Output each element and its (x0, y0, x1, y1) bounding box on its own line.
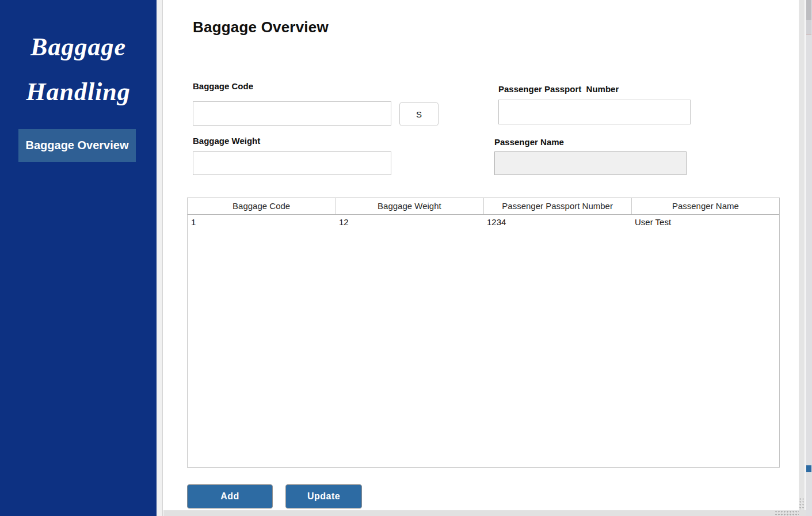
column-header-passenger-name[interactable]: Passenger Name (632, 198, 779, 214)
cell-passenger-passport-number: 1234 (483, 215, 631, 231)
cell-passenger-name: User Test (631, 215, 779, 231)
sidebar: Baggage Handling Baggage Overview (0, 0, 157, 516)
column-header-passenger-passport-number[interactable]: Passenger Passport Number (484, 198, 632, 214)
page-title: Baggage Overview (193, 18, 329, 36)
passenger-passport-number-input[interactable] (498, 100, 691, 124)
window-vertical-scrollbar[interactable] (806, 0, 812, 516)
brand-title-line2: Handling (0, 77, 157, 107)
horizontal-scrollbar[interactable] (163, 510, 806, 516)
sidebar-content-divider (157, 0, 163, 516)
table-row[interactable]: 1 12 1234 User Test (188, 215, 779, 231)
app-window: Baggage Handling Baggage Overview Baggag… (0, 0, 812, 516)
search-button[interactable]: S (399, 102, 439, 126)
column-header-baggage-code[interactable]: Baggage Code (188, 198, 336, 214)
add-button[interactable]: Add (187, 484, 273, 509)
brand-title-line1: Baggage (0, 32, 157, 62)
baggage-table: Baggage Code Baggage Weight Passenger Pa… (187, 198, 780, 468)
baggage-weight-input[interactable] (193, 151, 391, 175)
update-button[interactable]: Update (285, 484, 362, 509)
scrollbar-thumb[interactable] (806, 0, 811, 20)
inner-vertical-scrollbar-track[interactable] (799, 0, 806, 510)
cell-baggage-code: 1 (188, 215, 336, 231)
column-header-baggage-weight[interactable]: Baggage Weight (336, 198, 483, 214)
passenger-name-label: Passenger Name (494, 137, 564, 147)
baggage-weight-label: Baggage Weight (193, 136, 260, 146)
scrollbar-track-segment (806, 20, 811, 35)
baggage-code-label: Baggage Code (193, 81, 253, 91)
horizontal-scrollbar-grip (775, 510, 799, 516)
table-header-row: Baggage Code Baggage Weight Passenger Pa… (188, 198, 779, 215)
sidebar-item-baggage-overview[interactable]: Baggage Overview (18, 129, 136, 162)
inner-scrollbar-grip (799, 498, 805, 510)
cell-baggage-weight: 12 (336, 215, 483, 231)
scrollbar-accent-marker (806, 465, 811, 472)
passenger-name-input (494, 151, 687, 175)
passenger-passport-number-label: Passenger Passport Number (498, 84, 619, 94)
baggage-code-input[interactable] (193, 101, 391, 126)
